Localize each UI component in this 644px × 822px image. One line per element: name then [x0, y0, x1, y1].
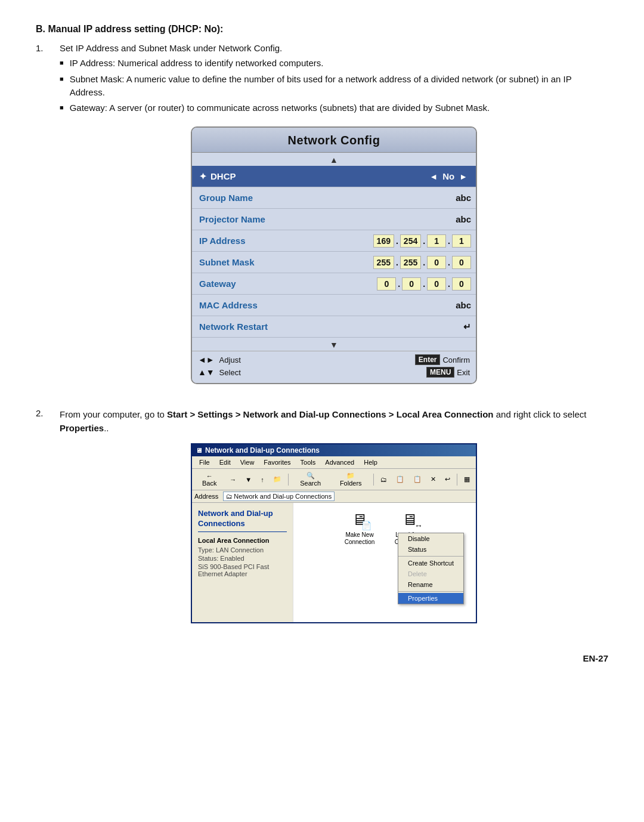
footer-row-select: ▲▼ Select MENU Exit	[198, 367, 470, 378]
select-arrows: ▲▼	[198, 367, 217, 377]
winxp-left-type: Type: LAN Connection	[198, 546, 287, 554]
toolbar-icon3[interactable]: 📋	[410, 474, 425, 485]
ip-seg-3[interactable]: 1	[427, 234, 446, 248]
bullet-ip-text: IP Address: Numerical address to identif…	[70, 57, 324, 70]
toolbar-icon1[interactable]: 🗂	[377, 474, 391, 485]
toolbar-forward[interactable]: →	[226, 474, 240, 485]
winxp-left-title: Network and Dial-up Connections	[198, 509, 287, 532]
ip-seg-2[interactable]: 254	[400, 234, 421, 248]
ip-dot-3: .	[447, 236, 451, 246]
dialog-row-mac-address[interactable]: MAC Address abc	[192, 295, 476, 316]
dialog-title-bar: Network Config	[192, 128, 476, 153]
select-label: Select	[219, 368, 241, 377]
dialog-row-subnet-mask[interactable]: Subnet Mask 255 . 255 . 0 . 0	[192, 252, 476, 273]
subnet-seg-1[interactable]: 255	[373, 256, 394, 269]
menu-edit[interactable]: Edit	[215, 458, 236, 467]
ip-seg-1[interactable]: 169	[373, 234, 394, 248]
subnet-dot-2: .	[422, 258, 426, 267]
toolbar-dropdown[interactable]: ▼	[242, 474, 255, 485]
menu-button[interactable]: MENU	[426, 367, 454, 378]
bullet-item-gateway: Gateway: A server (or router) to communi…	[60, 101, 608, 115]
dialog-row-projector-name[interactable]: Projector Name abc	[192, 209, 476, 230]
context-rename[interactable]: Rename	[398, 579, 463, 590]
step-2-text: From your computer, go to Start > Settin…	[60, 409, 586, 433]
context-disable[interactable]: Disable	[398, 533, 463, 544]
dialog-value-subnet-mask: 255 . 255 . 0 . 0	[299, 253, 476, 272]
toolbar-folders[interactable]: 📁 Folders	[331, 470, 370, 489]
toolbar-icon2[interactable]: 📋	[392, 474, 408, 485]
gateway-seg-2[interactable]: 0	[402, 277, 421, 291]
subnet-seg-3[interactable]: 0	[427, 256, 446, 269]
ip-dot-2: .	[422, 236, 426, 246]
step-1-number: 1.	[36, 43, 60, 398]
winxp-dialog-wrapper: 🖥 Network and Dial-up Connections File E…	[60, 443, 608, 623]
dialog-label-subnet-mask: Subnet Mask	[192, 254, 299, 270]
toolbar-search[interactable]: 🔍 Search	[292, 470, 330, 489]
dialog-row-ip-address[interactable]: IP Address 169 . 254 . 1 . 1	[192, 230, 476, 252]
dialog-label-projector-name: Projector Name	[192, 211, 299, 227]
gateway-seg-4[interactable]: 0	[452, 277, 471, 291]
address-icon: 🗂	[226, 493, 233, 500]
dialog-up-arrow[interactable]: ▲	[192, 153, 476, 166]
context-status[interactable]: Status	[398, 544, 463, 555]
step-1-text: Set IP Address and Subnet Mask under Net…	[60, 43, 282, 53]
context-sep-2	[398, 591, 463, 592]
dialog-label-ip-address: IP Address	[192, 233, 299, 249]
dialog-value-gateway: 0 . 0 . 0 . 0	[299, 274, 476, 293]
subnet-seg-2[interactable]: 255	[400, 256, 421, 269]
dialog-row-gateway[interactable]: Gateway 0 . 0 . 0 . 0	[192, 273, 476, 295]
dialog-label-group-name: Group Name	[192, 190, 299, 206]
subnet-dot-3: .	[447, 258, 451, 267]
local-area-icon: 🖥 ↔	[398, 509, 422, 530]
step-2-content: From your computer, go to Start > Settin…	[60, 408, 608, 635]
subnet-seg-4[interactable]: 0	[452, 256, 471, 269]
toolbar-view[interactable]: ▦	[460, 474, 473, 485]
dhcp-right-arrow[interactable]: ►	[456, 172, 471, 181]
toolbar-delete[interactable]: ✕	[427, 474, 439, 485]
dialog-value-ip-address: 169 . 254 . 1 . 1	[299, 231, 476, 251]
ip-seg-4[interactable]: 1	[452, 234, 471, 248]
menu-help[interactable]: Help	[359, 458, 382, 467]
adjust-label: Adjust	[219, 356, 241, 364]
network-config-dialog: Network Config ▲ ✦DHCP ◄	[191, 126, 477, 384]
gateway-seg-3[interactable]: 0	[427, 277, 446, 291]
dialog-row-dhcp[interactable]: ✦DHCP ◄ No ►	[192, 166, 476, 187]
toolbar-up[interactable]: ↑	[257, 474, 268, 485]
winxp-toolbar: ← Back → ▼ ↑ 📁 🔍 Search 📁 Folders 🗂 📋 📋 …	[192, 469, 476, 490]
menu-file[interactable]: File	[194, 458, 215, 467]
context-create-shortcut[interactable]: Create Shortcut	[398, 558, 463, 568]
menu-view[interactable]: View	[236, 458, 259, 467]
dialog-down-arrow[interactable]: ▼	[192, 338, 476, 351]
toolbar-undo[interactable]: ↩	[441, 474, 454, 485]
winxp-title-icon: 🖥	[196, 447, 202, 454]
gateway-seg-1[interactable]: 0	[377, 277, 396, 291]
menu-favorites[interactable]: Favorites	[259, 458, 295, 467]
dialog-value-mac-address: abc	[299, 297, 476, 313]
dialog-row-group-name[interactable]: Group Name abc	[192, 187, 476, 209]
context-menu: Disable Status Create Shortcut Delete Re…	[398, 533, 464, 604]
toolbar-sep-3	[457, 474, 457, 486]
dialog-row-network-restart[interactable]: Network Restart ↵	[192, 316, 476, 338]
dialog-value-group-name: abc	[299, 190, 476, 206]
winxp-left-adapter: SiS 900-Based PCI Fast Ethernet Adapter	[198, 563, 287, 577]
menu-tools[interactable]: Tools	[296, 458, 321, 467]
context-properties[interactable]: Properties	[398, 593, 463, 604]
section-b-title: B. Manual IP address setting (DHCP: No):	[36, 24, 608, 35]
winxp-address-bar: Address 🗂 Network and Dial-up Connection…	[192, 490, 476, 503]
gateway-dot-3: .	[447, 279, 451, 289]
dialog-label-gateway: Gateway	[192, 276, 299, 292]
address-label: Address	[194, 493, 218, 500]
dialog-value-network-restart: ↵	[299, 319, 476, 335]
icon-make-new[interactable]: 🖥 📄 Make New Connection	[342, 509, 377, 546]
dialog-value-dhcp[interactable]: ◄ No ►	[299, 168, 476, 184]
enter-button[interactable]: Enter	[415, 354, 441, 365]
menu-advanced[interactable]: Advanced	[320, 458, 359, 467]
winxp-left-status: Status: Enabled	[198, 555, 287, 562]
dhcp-value: No	[442, 171, 454, 181]
winxp-menu-bar: File Edit View Favorites Tools Advanced …	[192, 456, 476, 469]
dialog-label-network-restart: Network Restart	[192, 319, 299, 335]
toolbar-folder[interactable]: 📁	[270, 474, 285, 485]
toolbar-back[interactable]: ← Back	[194, 471, 224, 489]
dialog-rows: ✦DHCP ◄ No ► Group Name abc	[192, 166, 476, 338]
dhcp-left-arrow[interactable]: ◄	[426, 172, 441, 181]
